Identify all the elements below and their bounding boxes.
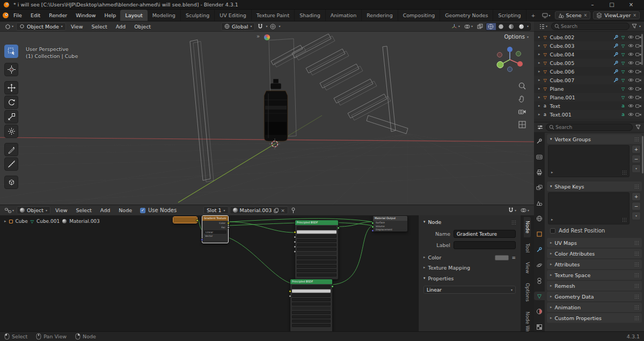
workspace-tab-sculpting[interactable]: Sculpting xyxy=(181,10,215,21)
camera-visibility-icon[interactable] xyxy=(635,43,641,48)
shading-solid-button[interactable] xyxy=(496,23,506,31)
filter-icon[interactable] xyxy=(635,125,641,130)
node-row[interactable] xyxy=(297,260,336,264)
workspace-tab-geometry-nodes[interactable]: Geometry Nodes xyxy=(440,10,493,21)
hide-icon[interactable] xyxy=(627,35,634,39)
expand-icon[interactable] xyxy=(538,96,540,99)
hide-icon[interactable] xyxy=(627,43,634,48)
blender-logo-icon[interactable] xyxy=(3,2,10,8)
filter-icon[interactable] xyxy=(632,24,637,29)
properties-tab-object-data[interactable]: ▽ xyxy=(534,292,545,300)
interpolation-select[interactable]: Linear xyxy=(423,286,516,294)
properties-tab-material[interactable] xyxy=(534,307,545,316)
shader-type-select[interactable]: Object xyxy=(17,206,50,214)
outliner-row[interactable]: aText.001a xyxy=(534,110,644,119)
slot-select[interactable]: Slot 1 xyxy=(203,206,228,214)
properties-search[interactable] xyxy=(546,124,633,131)
node-collapsed[interactable] xyxy=(173,216,197,223)
section-shape-keys[interactable]: Shape Keys xyxy=(547,182,642,191)
object-name[interactable]: Plane.001 xyxy=(550,95,575,100)
node-color-swatch[interactable] xyxy=(297,230,336,234)
collapse-icon[interactable] xyxy=(423,256,426,259)
camera-visibility-icon[interactable] xyxy=(635,78,641,82)
minimize-button[interactable]: – xyxy=(583,0,602,10)
hide-icon[interactable] xyxy=(627,104,634,108)
camera-visibility-icon[interactable] xyxy=(635,86,641,91)
socket-color[interactable] xyxy=(227,222,230,224)
node-row[interactable] xyxy=(292,324,331,327)
socket-bsdf-output[interactable] xyxy=(331,285,334,288)
unlink-viewlayer-icon[interactable]: × xyxy=(633,13,636,18)
node-material-output[interactable]: Material Output Surface Volume Displacem… xyxy=(372,215,408,232)
editor-type-button[interactable] xyxy=(3,23,15,31)
show-gizmo-button[interactable] xyxy=(450,23,462,31)
proportional-editing-toggle[interactable] xyxy=(268,23,277,31)
sidebar-tab-node[interactable]: Node xyxy=(524,217,531,237)
color-presets-icon[interactable]: ≡ xyxy=(511,255,516,260)
properties-tab-constraints[interactable] xyxy=(534,277,545,285)
object-name[interactable]: Cube.006 xyxy=(550,69,575,75)
outliner-row[interactable]: ▽Cube.007▽ xyxy=(534,76,644,84)
hide-icon[interactable] xyxy=(627,112,634,117)
object-name[interactable]: Text xyxy=(550,103,560,109)
section-uv-maps[interactable]: UV Maps xyxy=(547,238,642,248)
object-name[interactable]: Plane xyxy=(550,86,564,92)
section-geometry-data[interactable]: Geometry Data xyxy=(547,292,642,301)
node-color-swatch[interactable] xyxy=(495,255,509,260)
expand-icon[interactable] xyxy=(538,35,540,39)
shape-key-remove-button[interactable]: − xyxy=(632,202,641,211)
overlays-button[interactable] xyxy=(463,23,474,31)
scene-browse-button[interactable] xyxy=(540,11,552,19)
node-row[interactable] xyxy=(297,248,336,251)
outliner-row[interactable]: ▽Cube.006▽ xyxy=(534,67,644,76)
socket-vector[interactable] xyxy=(201,238,203,241)
section-color-attributes[interactable]: Color Attributes xyxy=(547,249,642,258)
socket-surface[interactable] xyxy=(371,222,374,224)
xray-toggle[interactable] xyxy=(475,23,485,31)
object-name[interactable]: Cube.005 xyxy=(550,60,575,66)
outliner-row[interactable]: ▽Cube.003▽ xyxy=(534,41,644,50)
menu-render[interactable]: Render xyxy=(45,10,71,21)
shape-key-specials-button[interactable] xyxy=(632,212,641,220)
socket-base-color[interactable] xyxy=(289,290,291,293)
list-filter-expand-icon[interactable] xyxy=(551,171,553,175)
app-menu-icon[interactable] xyxy=(2,10,9,21)
maximize-button[interactable]: □ xyxy=(602,0,621,10)
workspace-tab-modeling[interactable]: Modeling xyxy=(148,10,181,21)
tool-annotate[interactable] xyxy=(4,143,18,156)
node-row[interactable] xyxy=(292,294,331,297)
workspace-tab-layout[interactable]: Layout xyxy=(120,10,147,21)
socket-value[interactable] xyxy=(294,241,296,243)
camera-view-icon[interactable] xyxy=(517,107,527,117)
ortho-grid-icon[interactable] xyxy=(517,120,527,129)
vertex-group-add-button[interactable]: + xyxy=(632,145,641,154)
hide-icon[interactable] xyxy=(627,95,634,99)
tool-measure[interactable] xyxy=(4,157,18,171)
properties-editor-type-button[interactable] xyxy=(537,125,543,130)
menu-object[interactable]: Object xyxy=(130,24,155,30)
node-row[interactable] xyxy=(292,302,331,306)
menu-select[interactable]: Select xyxy=(87,24,111,30)
menu-node[interactable]: Node xyxy=(115,207,136,213)
breadcrumb-expand-icon[interactable] xyxy=(4,220,6,223)
object-name[interactable]: Cube.004 xyxy=(550,52,575,57)
properties-tab-texture[interactable] xyxy=(534,323,545,331)
node-principled-bsdf[interactable]: Principled BSDF xyxy=(295,220,339,280)
tool-scale[interactable] xyxy=(4,110,18,124)
menu-help[interactable]: Help xyxy=(100,10,121,21)
pan-hand-icon[interactable] xyxy=(517,94,527,104)
node-row[interactable] xyxy=(297,265,336,268)
node-row[interactable] xyxy=(297,235,336,238)
socket-volume[interactable] xyxy=(371,226,374,228)
object-name[interactable]: Cube.002 xyxy=(550,34,575,40)
breadcrumb-object[interactable]: Cube xyxy=(16,219,28,224)
options-button[interactable]: Options xyxy=(504,34,529,40)
node-row[interactable] xyxy=(297,226,336,229)
camera-visibility-icon[interactable] xyxy=(635,35,641,39)
camera-visibility-icon[interactable] xyxy=(635,112,641,117)
workspace-tab-scripting[interactable]: Scripting xyxy=(493,10,526,21)
camera-visibility-icon[interactable] xyxy=(635,52,641,56)
object-name[interactable]: Text.001 xyxy=(550,112,572,118)
tool-rotate[interactable] xyxy=(4,96,18,109)
menu-window[interactable]: Window xyxy=(71,10,100,21)
